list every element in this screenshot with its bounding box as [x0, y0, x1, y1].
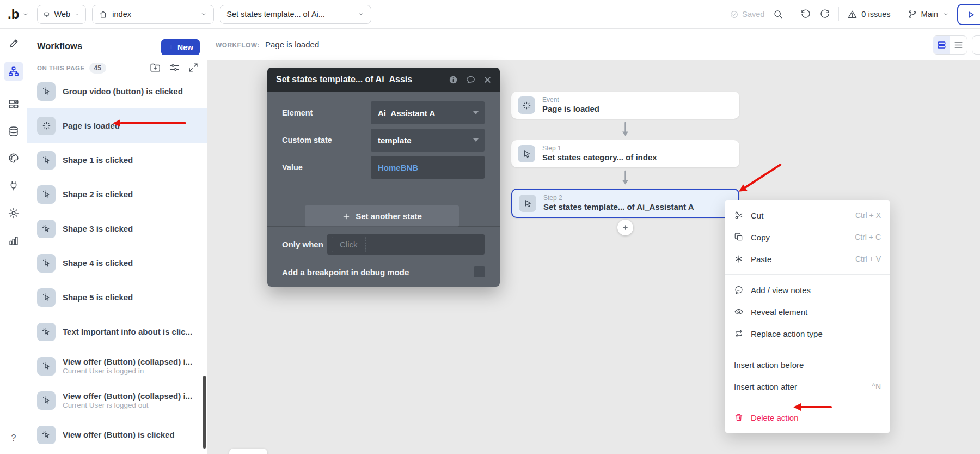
connector-arrow-down: [621, 170, 630, 186]
divider: [899, 7, 899, 21]
card-view-toggle[interactable]: [933, 36, 950, 54]
chevron-down-icon: [357, 10, 365, 18]
info-icon[interactable]: [448, 75, 458, 85]
nav-settings[interactable]: [4, 203, 23, 223]
clipped-toolbar-button[interactable]: [972, 35, 980, 55]
custom-state-dropdown[interactable]: template: [371, 129, 485, 152]
page-load-event-icon: [518, 96, 535, 114]
menu-item-replace-action-type[interactable]: Replace action type: [725, 323, 890, 344]
undo-icon[interactable]: [800, 9, 811, 20]
set-another-state-button[interactable]: Set another state: [305, 205, 459, 227]
bubble-logo-menu[interactable]: .b: [8, 8, 31, 21]
expand-icon[interactable]: [187, 62, 199, 74]
redo-icon[interactable]: [819, 9, 830, 20]
dialog-header-icons: [448, 75, 492, 85]
canvas-area: WORKFLOW: Page is loaded Event Page is l…: [207, 29, 980, 454]
workflow-item-shape2[interactable]: Shape 2 is clicked: [27, 177, 207, 211]
only-when-placeholder: Click: [332, 237, 366, 252]
action-editor-dialog: Set states template... of Ai_Assis Eleme…: [267, 68, 500, 287]
nav-workflow[interactable]: [4, 62, 23, 81]
issues-indicator[interactable]: 0 issues: [847, 9, 890, 20]
add-action-button[interactable]: [617, 220, 633, 235]
plug-icon: [8, 180, 20, 192]
action-cursor-icon: [518, 145, 535, 162]
nav-plugins[interactable]: [4, 176, 23, 196]
workflow-item-view-offer-3[interactable]: View offer (Button) is clicked: [27, 417, 207, 452]
menu-item-delete-action[interactable]: Delete action: [725, 407, 890, 428]
workflow-header-bar: WORKFLOW: Page is loaded: [207, 29, 980, 60]
menu-divider: [725, 349, 890, 349]
nav-logs[interactable]: [4, 231, 23, 251]
click-event-icon: [37, 82, 56, 101]
workflow-item-shape1[interactable]: Shape 1 is clicked: [27, 143, 207, 177]
new-button-label: New: [177, 43, 193, 52]
menu-item-insert-action-before[interactable]: Insert action before: [725, 354, 890, 376]
clipped-zoom-control[interactable]: [229, 449, 267, 454]
menu-item-cut[interactable]: Cut Ctrl + X: [725, 204, 890, 226]
breakpoint-checkbox[interactable]: [474, 266, 485, 277]
dialog-header[interactable]: Set states template... of Ai_Assis: [267, 68, 500, 92]
add-folder-icon[interactable]: [149, 62, 161, 74]
only-when-input[interactable]: Click: [327, 234, 485, 255]
git-branch-icon: [908, 9, 917, 19]
nav-design[interactable]: [4, 34, 23, 53]
nav-data[interactable]: [4, 122, 23, 141]
paste-asterisk-icon: [734, 254, 744, 264]
element-value: Ai_Assistant A: [378, 108, 435, 118]
preview-button[interactable]: [957, 4, 980, 25]
workflow-item-text-important[interactable]: Text Important info about is clic...: [27, 314, 207, 349]
workflow-item-group-video[interactable]: Group video (button) is clicked: [27, 74, 207, 108]
nav-styles[interactable]: [4, 148, 23, 168]
workflow-item-text: Page is loaded: [63, 121, 120, 130]
chevron-down-icon: [473, 111, 479, 114]
workflow-item-view-offer-2[interactable]: View offer (Button) (collapsed) i... Cur…: [27, 383, 207, 417]
step1-card[interactable]: Step 1 Set states category... of index: [511, 140, 739, 167]
branch-selector[interactable]: Main: [908, 9, 950, 19]
workflow-selector[interactable]: Set states template... of Ai...: [220, 5, 371, 24]
menu-item-paste[interactable]: Paste Ctrl + V: [725, 248, 890, 270]
close-icon[interactable]: [483, 75, 492, 84]
eye-icon: [734, 307, 744, 317]
search-icon[interactable]: [773, 9, 783, 20]
question-mark-icon: ?: [11, 433, 16, 443]
menu-label: Add / view notes: [751, 286, 811, 295]
click-event-icon: [37, 357, 56, 376]
step2-card-selected[interactable]: Step 2 Set states template... of Ai_Assi…: [511, 189, 739, 218]
workflow-item-view-offer-1[interactable]: View offer (Button) (collapsed) i... Cur…: [27, 349, 207, 383]
workflow-item-shape5[interactable]: Shape 5 is clicked: [27, 280, 207, 314]
menu-item-copy[interactable]: Copy Ctrl + C: [725, 226, 890, 248]
annotation-arrow-delete-action: [800, 406, 832, 408]
help-button[interactable]: ?: [0, 433, 27, 443]
workflow-item-shape4[interactable]: Shape 4 is clicked: [27, 246, 207, 280]
value-expression-field[interactable]: HomeBNB: [371, 156, 485, 179]
workflow-item-condition: Current User is logged out: [63, 401, 192, 409]
menu-item-reveal-element[interactable]: Reveal element: [725, 301, 890, 323]
click-event-icon: [37, 254, 56, 273]
panel-scrollbar[interactable]: [203, 376, 206, 449]
menu-label: Copy: [751, 233, 770, 242]
comment-icon[interactable]: [465, 75, 476, 85]
workflow-item-text: Shape 5 is clicked: [63, 293, 133, 302]
divider: [792, 7, 792, 21]
plus-icon: [342, 212, 351, 221]
menu-label: Delete action: [751, 413, 799, 422]
gear-icon: [8, 207, 20, 219]
menu-divider: [725, 402, 890, 402]
list-view-toggle[interactable]: [950, 36, 967, 54]
new-workflow-button[interactable]: New: [161, 39, 200, 55]
palette-icon: [8, 152, 20, 164]
page-load-event-icon: [37, 117, 56, 135]
issues-count-label: 0 issues: [861, 10, 890, 19]
page-selector[interactable]: index: [92, 5, 214, 24]
menu-item-insert-action-after[interactable]: Insert action after ^N: [725, 376, 890, 397]
element-dropdown[interactable]: Ai_Assistant A: [371, 101, 485, 124]
menu-item-add-view-notes[interactable]: Add / view notes: [725, 279, 890, 301]
workflow-item-shape3[interactable]: Shape 3 is clicked: [27, 211, 207, 246]
platform-selector[interactable]: Web: [37, 5, 86, 24]
copy-icon: [734, 232, 744, 242]
workflow-item-label: Shape 2 is clicked: [63, 190, 133, 199]
event-card-page-is-loaded[interactable]: Event Page is loaded: [511, 92, 739, 119]
workflow-item-label: Shape 1 is clicked: [63, 155, 133, 165]
nav-components[interactable]: [4, 94, 23, 114]
filter-sliders-icon[interactable]: [168, 62, 180, 74]
